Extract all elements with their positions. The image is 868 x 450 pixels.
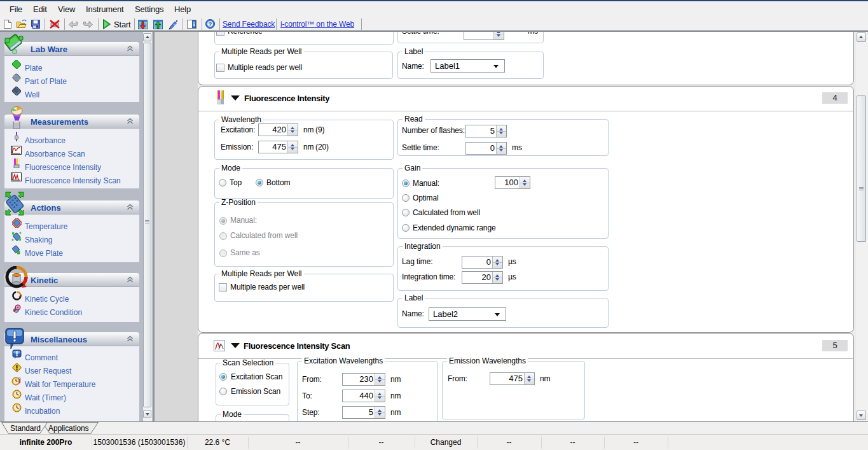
svg-text:?: ? [209, 20, 212, 27]
